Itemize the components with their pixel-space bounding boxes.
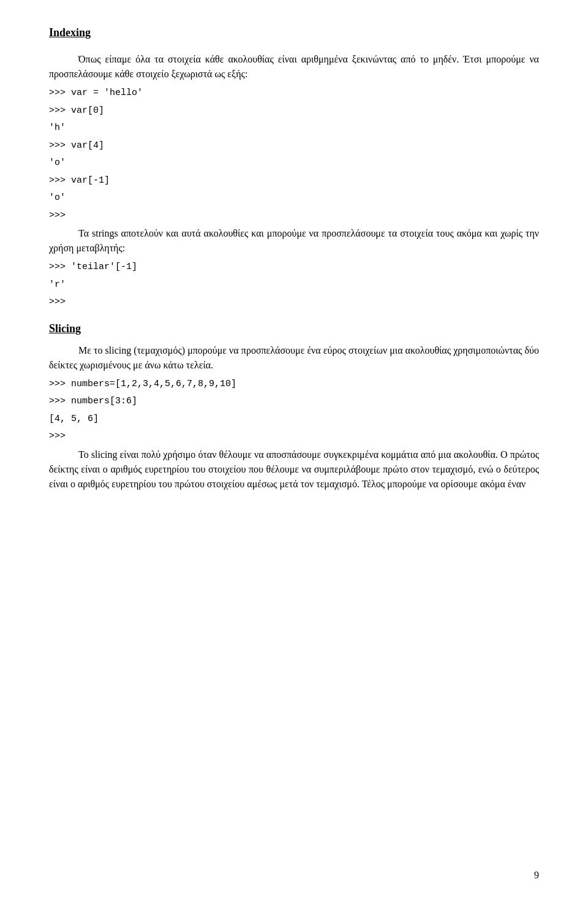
strings-note-paragraph: Τα strings αποτελούν και αυτά ακολουθίες…	[49, 226, 539, 256]
slicing-note-paragraph: Το slicing είναι πολύ χρήσιμο όταν θέλου…	[49, 447, 539, 492]
code-var-assign: >>> var = 'hello'	[49, 86, 539, 101]
page-number: 9	[534, 868, 539, 883]
code-var0: >>> var[0]	[49, 104, 539, 118]
intro-paragraph: Όπως είπαμε όλα τα στοιχεία κάθε ακολουθ…	[49, 52, 539, 82]
code-h-result: 'h'	[49, 121, 539, 135]
content-area: Indexing Όπως είπαμε όλα τα στοιχεία κάθ…	[49, 25, 539, 492]
code-numbers-slice: >>> numbers[3:6]	[49, 395, 539, 409]
code-o-result: 'o'	[49, 156, 539, 170]
code-slice-result: [4, 5, 6]	[49, 412, 539, 427]
code-var-neg1: >>> var[-1]	[49, 174, 539, 188]
code-prompt2: >>>	[49, 295, 539, 310]
page-title: Indexing	[49, 25, 539, 41]
code-o-result2: 'o'	[49, 191, 539, 205]
code-prompt1: >>>	[49, 209, 539, 223]
code-r-result: 'r'	[49, 278, 539, 292]
section-slicing-title: Slicing	[49, 321, 539, 337]
code-prompt3: >>>	[49, 430, 539, 444]
slicing-intro-paragraph: Με το slicing (τεμαχισμός) μπορούμε να π…	[49, 343, 539, 373]
code-numbers-assign: >>> numbers=[1,2,3,4,5,6,7,8,9,10]	[49, 378, 539, 392]
code-teilar-neg1: >>> 'teilar'[-1]	[49, 260, 539, 275]
code-var4: >>> var[4]	[49, 139, 539, 153]
